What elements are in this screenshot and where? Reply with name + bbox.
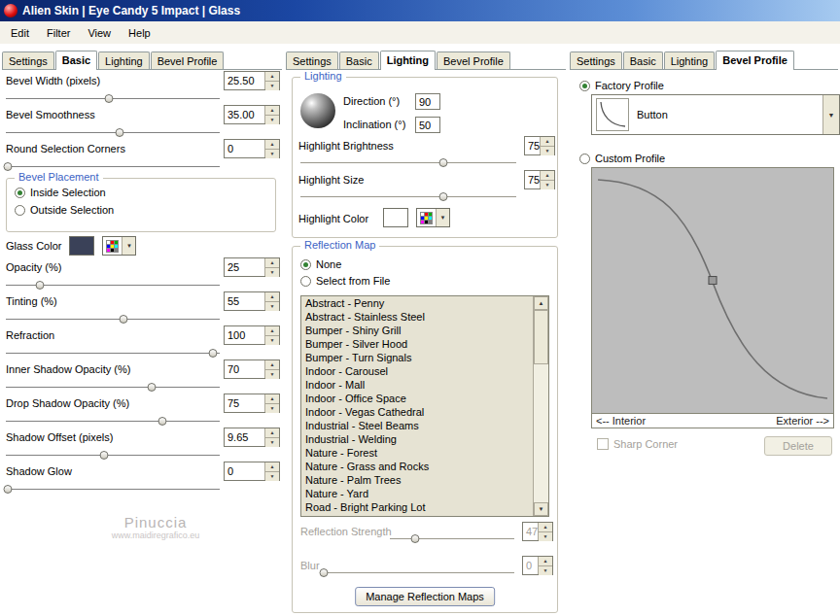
round-selection-corners-value[interactable]: 0 xyxy=(225,140,264,157)
tinting-spinbox[interactable]: 55 ▲▼ xyxy=(224,291,280,311)
radio-inside-selection[interactable]: Inside Selection xyxy=(15,187,106,198)
spin-up-icon[interactable]: ▲ xyxy=(265,326,279,336)
list-item[interactable]: Nature - Yard xyxy=(301,487,534,500)
shadow-glow-value[interactable]: 0 xyxy=(225,462,264,480)
highlight-color-palette-button[interactable]: ▼ xyxy=(416,208,450,227)
opacity-value[interactable]: 25 xyxy=(225,258,264,276)
highlight-brightness-value[interactable]: 75 xyxy=(525,137,540,154)
tinting-spinner-buttons[interactable]: ▲▼ xyxy=(264,292,279,310)
inner-shadow-opacity-spinbox[interactable]: 70 ▲▼ xyxy=(224,359,280,379)
profile-combobox[interactable]: Button ▼ xyxy=(591,94,840,135)
tinting-slider[interactable] xyxy=(6,314,220,325)
list-item[interactable]: Indoor - Carousel xyxy=(301,364,534,378)
spin-up-icon[interactable]: ▲ xyxy=(265,292,279,302)
spin-up-icon[interactable]: ▲ xyxy=(541,137,554,147)
round-selection-corners-spinner-buttons[interactable]: ▲▼ xyxy=(264,140,279,157)
left-tab-lighting[interactable]: Lighting xyxy=(98,51,150,69)
list-item[interactable]: Industrial - Steel Beams xyxy=(301,419,534,432)
spin-down-icon[interactable]: ▼ xyxy=(265,404,279,413)
left-tab-bevel-profile[interactable]: Bevel Profile xyxy=(151,51,225,69)
bevel-width-spinbox[interactable]: 25.50 ▲▼ xyxy=(224,71,280,90)
drop-shadow-opacity-spinbox[interactable]: 75 ▲▼ xyxy=(224,394,280,413)
shadow-offset-value[interactable]: 9.65 xyxy=(225,428,264,446)
manage-reflection-maps-button[interactable]: Manage Reflection Maps xyxy=(355,587,495,606)
bevel-width-slider[interactable] xyxy=(6,93,220,104)
slider-thumb[interactable] xyxy=(120,315,128,324)
opacity-spinbox[interactable]: 25 ▲▼ xyxy=(224,257,280,277)
slider-thumb[interactable] xyxy=(115,128,123,137)
menu-help[interactable]: Help xyxy=(120,23,159,43)
spin-up-icon[interactable]: ▲ xyxy=(265,72,279,82)
refraction-value[interactable]: 100 xyxy=(225,326,264,344)
scrollbar-thumb[interactable] xyxy=(534,310,548,364)
refraction-slider[interactable] xyxy=(6,348,220,359)
bevel-smoothness-slider[interactable] xyxy=(6,127,220,138)
spin-down-icon[interactable]: ▼ xyxy=(265,472,279,481)
glass-color-swatch[interactable] xyxy=(69,236,94,256)
highlight-brightness-spinner-buttons[interactable]: ▲▼ xyxy=(540,137,554,154)
spin-down-icon[interactable]: ▼ xyxy=(541,147,554,155)
list-item[interactable]: Bumper - Silver Hood xyxy=(301,337,534,351)
drop-shadow-opacity-slider[interactable] xyxy=(6,416,220,427)
spin-up-icon[interactable]: ▲ xyxy=(265,428,279,438)
spin-down-icon[interactable]: ▼ xyxy=(541,181,554,189)
list-item[interactable]: Nature - Palm Trees xyxy=(301,473,534,487)
right-tab-basic[interactable]: Basic xyxy=(623,51,663,69)
list-item[interactable]: Indoor - Vegas Cathedral xyxy=(301,405,534,419)
list-item[interactable]: Nature - Forest xyxy=(301,446,534,460)
spin-down-icon[interactable]: ▼ xyxy=(265,370,279,379)
shadow-glow-spinbox[interactable]: 0 ▲▼ xyxy=(224,462,280,481)
right-tab-lighting[interactable]: Lighting xyxy=(664,51,716,69)
slider-thumb[interactable] xyxy=(104,94,113,103)
spin-down-icon[interactable]: ▼ xyxy=(265,116,279,124)
slider-thumb[interactable] xyxy=(438,192,447,201)
combo-dropdown-icon[interactable]: ▼ xyxy=(822,95,839,134)
left-tab-basic[interactable]: Basic xyxy=(55,51,97,70)
opacity-spinner-buttons[interactable]: ▲▼ xyxy=(264,258,279,276)
shadow-glow-slider[interactable] xyxy=(6,484,220,495)
bevel-smoothness-value[interactable]: 35.00 xyxy=(225,106,264,123)
refraction-spinner-buttons[interactable]: ▲▼ xyxy=(264,326,279,344)
shadow-offset-spinbox[interactable]: 9.65 ▲▼ xyxy=(224,428,280,447)
mid-tab-basic[interactable]: Basic xyxy=(339,51,379,69)
highlight-size-spinbox[interactable]: 75 ▲▼ xyxy=(524,170,555,189)
scroll-down-icon[interactable]: ▼ xyxy=(534,502,548,516)
slider-thumb[interactable] xyxy=(100,451,109,460)
shadow-offset-slider[interactable] xyxy=(6,450,220,461)
list-item[interactable]: Abstract - Stainless Steel xyxy=(301,310,534,324)
radio-none[interactable]: None xyxy=(300,258,341,270)
bevel-width-value[interactable]: 25.50 xyxy=(225,72,264,89)
spin-up-icon[interactable]: ▲ xyxy=(265,462,279,472)
spin-up-icon[interactable]: ▲ xyxy=(265,106,279,116)
bevel-width-spinner-buttons[interactable]: ▲▼ xyxy=(264,72,279,89)
spin-up-icon[interactable]: ▲ xyxy=(265,140,279,150)
highlight-size-value[interactable]: 75 xyxy=(525,171,540,188)
list-item[interactable]: Nature - Grass and Rocks xyxy=(301,460,534,473)
radio-select-from-file[interactable]: Select from File xyxy=(300,275,390,287)
highlight-size-spinner-buttons[interactable]: ▲▼ xyxy=(540,171,554,188)
spin-down-icon[interactable]: ▼ xyxy=(265,336,279,345)
shadow-offset-spinner-buttons[interactable]: ▲▼ xyxy=(264,428,279,446)
drop-shadow-opacity-spinner-buttons[interactable]: ▲▼ xyxy=(264,394,279,412)
inner-shadow-opacity-spinner-buttons[interactable]: ▲▼ xyxy=(264,360,279,378)
menu-edit[interactable]: Edit xyxy=(2,23,38,43)
light-direction-sphere[interactable] xyxy=(300,93,335,128)
right-tab-settings[interactable]: Settings xyxy=(570,51,622,69)
spin-up-icon[interactable]: ▲ xyxy=(265,360,279,370)
list-item[interactable]: Industrial - Welding xyxy=(301,432,534,446)
mid-tab-lighting[interactable]: Lighting xyxy=(380,51,436,70)
list-item[interactable]: Indoor - Office Space xyxy=(301,392,534,405)
scroll-up-icon[interactable]: ▲ xyxy=(534,296,548,310)
list-item[interactable]: Bumper - Turn Signals xyxy=(301,351,534,364)
glass-color-palette-button[interactable]: ▼ xyxy=(102,236,136,256)
drop-shadow-opacity-value[interactable]: 75 xyxy=(225,394,264,412)
round-selection-corners-spinbox[interactable]: 0 ▲▼ xyxy=(224,139,280,158)
direction-input[interactable] xyxy=(415,93,440,110)
spin-down-icon[interactable]: ▼ xyxy=(265,438,279,447)
inner-shadow-opacity-slider[interactable] xyxy=(6,382,220,393)
slider-thumb[interactable] xyxy=(438,158,447,167)
highlight-brightness-spinbox[interactable]: 75 ▲▼ xyxy=(524,136,555,155)
slider-thumb[interactable] xyxy=(4,485,13,494)
highlight-brightness-slider[interactable] xyxy=(300,157,516,168)
spin-down-icon[interactable]: ▼ xyxy=(265,302,279,311)
